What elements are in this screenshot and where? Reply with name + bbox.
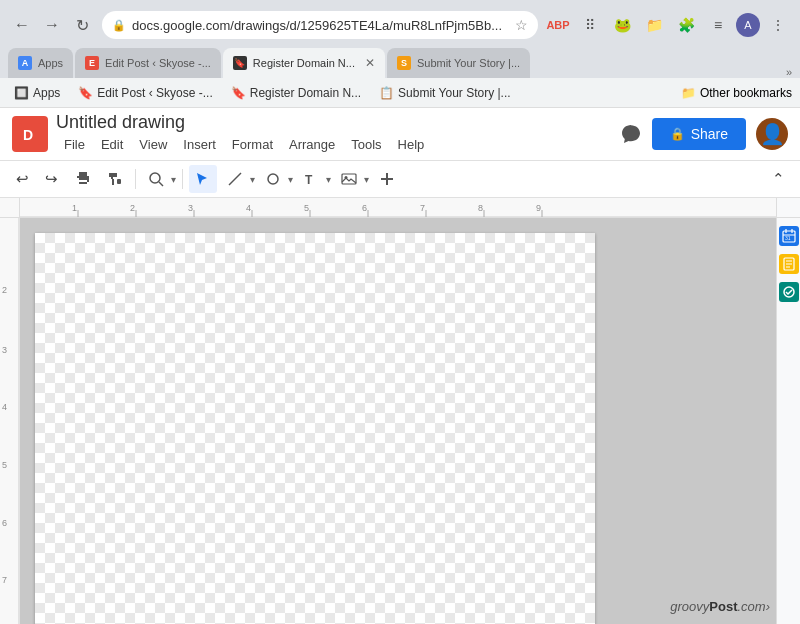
svg-text:1: 1 [72, 203, 77, 213]
paint-format-button[interactable] [101, 165, 129, 193]
line-arrow[interactable]: ▾ [250, 174, 255, 185]
app-title-area: Untitled drawing File Edit View Insert F… [56, 112, 612, 156]
forward-button[interactable]: → [38, 11, 66, 39]
tab-register-domain[interactable]: 🔖 Register Domain N... ✕ [223, 48, 385, 78]
text-tool-group[interactable]: T ▾ [297, 165, 331, 193]
nav-buttons: ← → ↻ [8, 11, 96, 39]
add-tool[interactable] [373, 165, 401, 193]
svg-text:7: 7 [2, 575, 7, 585]
extension-puzzle[interactable]: 🧩 [672, 11, 700, 39]
drawing-canvas[interactable] [35, 233, 595, 624]
user-avatar[interactable]: 👤 [756, 118, 788, 150]
toolbar-right: ⌃ [764, 165, 792, 193]
bookmark-icon: 🔖 [78, 86, 93, 100]
calendar-sidebar-icon[interactable]: 31 [779, 226, 799, 246]
extension-abp[interactable]: ABP [544, 11, 572, 39]
menu-view[interactable]: View [131, 133, 175, 156]
back-button[interactable]: ← [8, 11, 36, 39]
zoom-dropdown[interactable]: ▾ [142, 165, 176, 193]
image-tool[interactable] [335, 165, 363, 193]
extension-5[interactable]: ≡ [704, 11, 732, 39]
menu-arrange[interactable]: Arrange [281, 133, 343, 156]
shape-tool[interactable] [259, 165, 287, 193]
select-tool[interactable] [189, 165, 217, 193]
print-button[interactable] [69, 165, 97, 193]
main-canvas-area: 1 2 3 4 5 6 7 [0, 218, 800, 624]
watermark: groovyPost.com› [670, 599, 770, 614]
tab-submit-story[interactable]: S Submit Your Story |... [387, 48, 530, 78]
image-arrow[interactable]: ▾ [364, 174, 369, 185]
share-button[interactable]: 🔒 Share [652, 118, 746, 150]
ruler-vertical: 1 2 3 4 5 6 7 [0, 218, 20, 624]
menu-file[interactable]: File [56, 133, 93, 156]
tab-apps[interactable]: A Apps [8, 48, 73, 78]
bookmark-icon: 🔲 [14, 86, 29, 100]
extension-3[interactable]: 🐸 [608, 11, 636, 39]
text-tool[interactable]: T [297, 165, 325, 193]
line-tool[interactable] [221, 165, 249, 193]
tabs-bar: A Apps E Edit Post ‹ Skyose -... 🔖 Regis… [0, 42, 800, 78]
tab-close-icon[interactable]: ✕ [365, 56, 375, 70]
toolbar: ↩ ↪ [0, 161, 800, 198]
menu-edit[interactable]: Edit [93, 133, 131, 156]
menu-tools[interactable]: Tools [343, 133, 389, 156]
notes-sidebar-icon[interactable] [779, 254, 799, 274]
svg-text:8: 8 [478, 203, 483, 213]
toolbar-collapse-button[interactable]: ⌃ [764, 165, 792, 193]
zoom-button[interactable] [142, 165, 170, 193]
svg-text:3: 3 [2, 345, 7, 355]
folder-icon: 📁 [681, 86, 696, 100]
bookmarks-bar: 🔲 Apps 🔖 Edit Post ‹ Skyose -... 🔖 Regis… [0, 78, 800, 108]
watermark-text: groovy [670, 599, 709, 614]
bookmark-label: Submit Your Story |... [398, 86, 511, 100]
image-tool-group[interactable]: ▾ [335, 165, 369, 193]
svg-rect-8 [342, 174, 356, 184]
bookmark-icon: 📋 [379, 86, 394, 100]
bookmark-edit-post[interactable]: 🔖 Edit Post ‹ Skyose -... [72, 84, 218, 102]
redo-button[interactable]: ↪ [37, 165, 65, 193]
separator-2 [182, 169, 183, 189]
extension-2[interactable]: ⠿ [576, 11, 604, 39]
address-bar[interactable]: 🔒 docs.google.com/drawings/d/1259625TE4L… [102, 11, 538, 39]
bookmark-apps[interactable]: 🔲 Apps [8, 84, 66, 102]
star-icon: ☆ [515, 17, 528, 33]
svg-point-3 [150, 173, 160, 183]
tab-favicon: 🔖 [233, 56, 247, 70]
user-account[interactable]: A [736, 13, 760, 37]
browser-actions: ABP ⠿ 🐸 📁 🧩 ≡ A ⋮ [544, 11, 792, 39]
svg-rect-2 [117, 179, 121, 184]
canvas-wrapper: 1 2 3 4 5 6 7 8 9 [0, 198, 800, 624]
canvas-scroll[interactable] [20, 218, 776, 624]
bookmark-submit[interactable]: 📋 Submit Your Story |... [373, 84, 517, 102]
line-tool-group[interactable]: ▾ [221, 165, 255, 193]
shape-tool-group[interactable]: ▾ [259, 165, 293, 193]
svg-text:T: T [305, 173, 313, 187]
canvas-checkered-bg [35, 233, 595, 624]
history-tools: ↩ ↪ [8, 165, 65, 193]
other-bookmarks[interactable]: 📁 Other bookmarks [681, 86, 792, 100]
text-arrow[interactable]: ▾ [326, 174, 331, 185]
bookmark-register[interactable]: 🔖 Register Domain N... [225, 84, 367, 102]
svg-text:2: 2 [130, 203, 135, 213]
header-actions: 🔒 Share 👤 [620, 118, 788, 150]
browser-menu[interactable]: ⋮ [764, 11, 792, 39]
tab-edit-post[interactable]: E Edit Post ‹ Skyose -... [75, 48, 221, 78]
tasks-sidebar-icon[interactable] [779, 282, 799, 302]
comments-button[interactable] [620, 123, 642, 145]
zoom-arrow[interactable]: ▾ [171, 174, 176, 185]
shape-arrow[interactable]: ▾ [288, 174, 293, 185]
bookmark-icon: 🔖 [231, 86, 246, 100]
more-tabs-button[interactable]: » [786, 66, 792, 78]
other-bookmarks-label: Other bookmarks [700, 86, 792, 100]
google-drawings-app: D Untitled drawing File Edit View Insert… [0, 108, 800, 624]
app-title[interactable]: Untitled drawing [56, 112, 612, 133]
menu-format[interactable]: Format [224, 133, 281, 156]
right-sidebar: 31 [776, 218, 800, 624]
undo-button[interactable]: ↩ [8, 165, 36, 193]
tab-favicon: E [85, 56, 99, 70]
extension-4[interactable]: 📁 [640, 11, 668, 39]
refresh-button[interactable]: ↻ [68, 11, 96, 39]
menu-help[interactable]: Help [390, 133, 433, 156]
lock-icon: 🔒 [112, 19, 126, 32]
menu-insert[interactable]: Insert [175, 133, 224, 156]
